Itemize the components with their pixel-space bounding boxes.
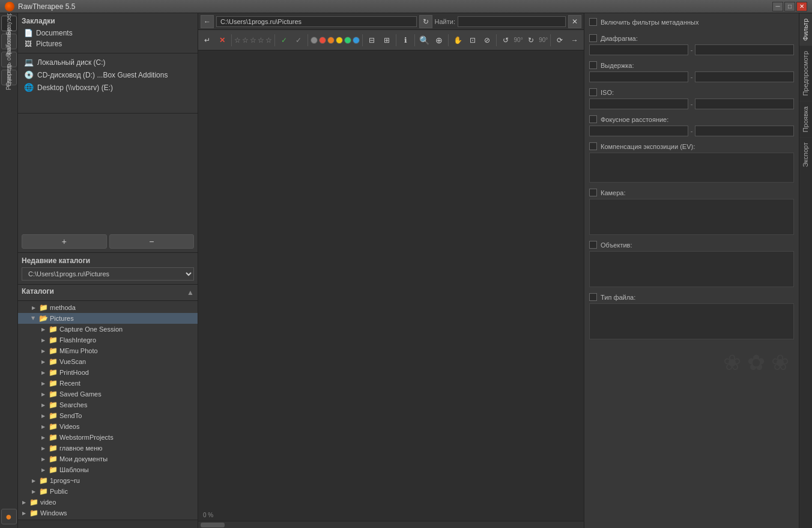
focal-min-input[interactable]: [589, 126, 688, 136]
tree-arrow-memu[interactable]: ▶: [40, 347, 47, 354]
recent-dropdown[interactable]: C:\Users\1progs.ru\Pictures: [22, 267, 194, 281]
refresh-button[interactable]: ↻: [419, 15, 432, 28]
crop-select-button[interactable]: ⊡: [465, 32, 479, 48]
address-input[interactable]: [216, 16, 417, 27]
tree-arrow-webstorm[interactable]: ▶: [40, 434, 47, 441]
editor-button[interactable]: Редактор: [1, 70, 17, 85]
tree-item-moidoc[interactable]: ▶ 📁 Мои документы: [18, 454, 198, 464]
bookmark-documents[interactable]: 📄 Documents: [22, 28, 194, 38]
tree-arrow-sendto[interactable]: ▶: [40, 412, 47, 419]
maximize-button[interactable]: □: [784, 2, 795, 11]
catalogs-scroll-up[interactable]: ▲: [187, 288, 194, 297]
zoom-out-button[interactable]: 🔍: [417, 32, 431, 48]
editor-label[interactable]: Редактор: [4, 62, 13, 93]
tree-item-windows[interactable]: ▶ 📁 Windows: [18, 508, 198, 518]
tab-export[interactable]: Экспорт: [799, 137, 812, 172]
zoom-in-button[interactable]: ⊕: [432, 32, 446, 48]
tree-arrow-saved[interactable]: ▶: [40, 390, 47, 398]
tree-item-pictures[interactable]: ▶ 📂 Pictures: [18, 313, 198, 324]
aperture-checkbox[interactable]: [589, 34, 597, 42]
filetype-checkbox[interactable]: [589, 293, 597, 301]
tree-item-webstorm[interactable]: ▶ 📁 WebstormProjects: [18, 432, 198, 443]
tree-arrow-1progs[interactable]: ▶: [30, 477, 37, 484]
shutter-min-input[interactable]: [589, 71, 688, 82]
tree-item-vuescan[interactable]: ▶ 📁 VueScan: [18, 356, 198, 367]
bookmark-pictures[interactable]: 🖼 Pictures: [22, 38, 194, 49]
tree-arrow-searches[interactable]: ▶: [40, 401, 47, 408]
ev-checkbox[interactable]: [589, 142, 597, 150]
remove-bookmark-button[interactable]: −: [109, 234, 195, 249]
tree-arrow-windows[interactable]: ▶: [20, 509, 28, 517]
tree-arrow-moidoc[interactable]: ▶: [40, 455, 47, 463]
tree-item-video[interactable]: ▶ 📁 video: [18, 497, 198, 508]
focal-checkbox[interactable]: [589, 115, 597, 123]
tree-arrow-pictures[interactable]: ▶: [30, 315, 37, 322]
tree-arrow-video[interactable]: ▶: [20, 499, 28, 506]
star-4[interactable]: ☆: [258, 36, 264, 44]
search-input[interactable]: [458, 16, 566, 27]
color-dot-blue[interactable]: [353, 37, 360, 44]
color-dot-red[interactable]: [319, 37, 326, 44]
checkmark-button[interactable]: ✓: [277, 32, 291, 48]
tree-arrow-capture[interactable]: ▶: [40, 326, 47, 333]
aperture-max-input[interactable]: [695, 44, 794, 55]
transform-button[interactable]: ⟳: [553, 32, 566, 48]
tree-item-glavnoe[interactable]: ▶ 📁 главное меню: [18, 443, 198, 454]
tree-item-printhood[interactable]: ▶ 📁 PrintHood: [18, 367, 198, 378]
straighten-button[interactable]: ⊘: [480, 32, 494, 48]
nav-back-button[interactable]: ←: [201, 15, 214, 28]
tree-item-recent[interactable]: ▶ 📁 Recent: [18, 378, 198, 389]
tree-item-shablony[interactable]: ▶ 📁 Шаблоны: [18, 464, 198, 475]
shutter-max-input[interactable]: [695, 71, 794, 82]
color-dot-green[interactable]: [344, 37, 351, 44]
tree-arrow-shab[interactable]: ▶: [40, 466, 47, 473]
iso-checkbox[interactable]: [589, 88, 597, 96]
tree-arrow-print[interactable]: ▶: [40, 369, 47, 376]
place-c-drive[interactable]: 💻 Локальный диск (C:): [22, 56, 194, 68]
scroll-thumb[interactable]: [201, 523, 225, 527]
color-dot-orange[interactable]: [327, 37, 335, 44]
grid-button[interactable]: ⊞: [380, 32, 393, 48]
tree-item-public[interactable]: ▶ 📁 Public: [18, 486, 198, 497]
rotate-cw-button[interactable]: ↻: [524, 32, 538, 48]
add-bookmark-button[interactable]: +: [22, 234, 107, 249]
tree-item-flashintegro[interactable]: ▶ 📁 FlashIntegro: [18, 335, 198, 345]
tree-item-savedgames[interactable]: ▶ 📁 Saved Games: [18, 389, 198, 399]
color-dot-gray[interactable]: [311, 37, 318, 44]
tab-filter[interactable]: Фильтр: [799, 13, 812, 46]
tree-item-1progs[interactable]: ▶ 📁 1progs~ru: [18, 475, 198, 486]
tree-arrow-glavnoe[interactable]: ▶: [40, 445, 47, 452]
color-button[interactable]: ●: [1, 509, 17, 524]
shutter-checkbox[interactable]: [589, 61, 597, 69]
tree-arrow-videos[interactable]: ▶: [40, 423, 47, 430]
tree-item-searches[interactable]: ▶ 📁 Searches: [18, 399, 198, 410]
tree-item-videos[interactable]: ▶ 📁 Videos: [18, 421, 198, 432]
info-button[interactable]: ℹ: [399, 32, 412, 48]
tree-item-memu[interactable]: ▶ 📁 MEmu Photo: [18, 345, 198, 356]
tab-preview[interactable]: Предпросмотр: [799, 46, 812, 101]
camera-checkbox[interactable]: [589, 189, 597, 196]
close-button[interactable]: ✕: [796, 2, 807, 11]
tree-item-methoda[interactable]: ▶ 📁 methoda: [18, 302, 198, 313]
star-3[interactable]: ☆: [250, 36, 256, 44]
tree-arrow-flash[interactable]: ▶: [40, 336, 47, 344]
filmstrip-button[interactable]: ⊟: [365, 32, 378, 48]
checkmark2-button[interactable]: ✓: [292, 32, 305, 48]
focal-max-input[interactable]: [695, 126, 794, 136]
tree-arrow-public[interactable]: ▶: [30, 488, 37, 495]
star-2[interactable]: ☆: [242, 36, 249, 44]
iso-min-input[interactable]: [589, 99, 688, 109]
tree-item-sendto[interactable]: ▶ 📁 SendTo: [18, 410, 198, 421]
back-dir-button[interactable]: ↵: [201, 32, 214, 48]
export-button[interactable]: →: [568, 32, 581, 48]
tree-arrow-recent[interactable]: ▶: [40, 380, 47, 387]
pan-button[interactable]: ✋: [451, 32, 464, 48]
tree-item-capture[interactable]: ▶ 📁 Capture One Session: [18, 324, 198, 335]
tree-arrow-vue[interactable]: ▶: [40, 358, 47, 365]
minimize-button[interactable]: ─: [772, 2, 783, 11]
lens-checkbox[interactable]: [589, 241, 597, 249]
metadata-checkbox[interactable]: [589, 18, 597, 26]
rotate-ccw-button[interactable]: ↺: [499, 32, 512, 48]
horizontal-scrollbar[interactable]: [198, 521, 584, 528]
color-dot-yellow[interactable]: [336, 37, 343, 44]
